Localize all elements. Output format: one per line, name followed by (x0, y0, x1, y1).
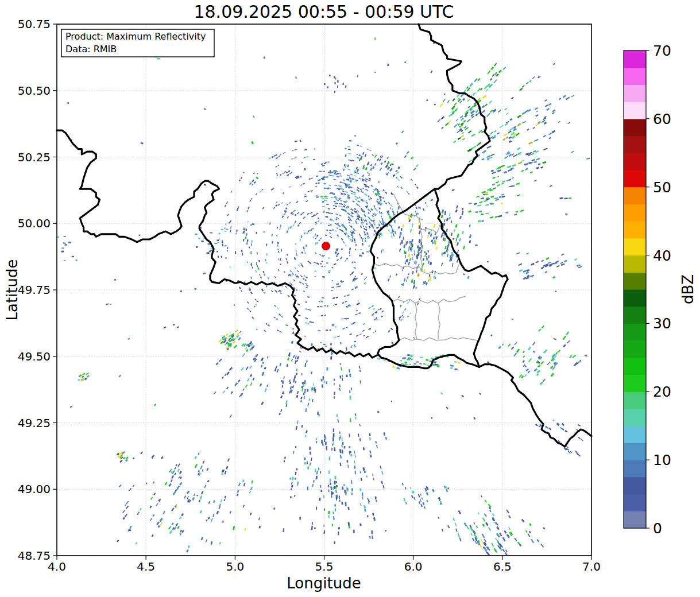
colorbar-label: dBZ (679, 274, 697, 304)
colorbar-segment (624, 340, 646, 358)
colorbar-segment (624, 426, 646, 443)
y-tick-label: 50.75 (18, 17, 51, 31)
plot-area (57, 24, 591, 556)
colorbar-tick-label: 10 (653, 452, 671, 468)
y-tick-label: 49.75 (18, 283, 51, 297)
colorbar-segment (624, 443, 646, 460)
x-tick-label: 5.0 (226, 560, 244, 573)
colorbar-segment (624, 460, 646, 477)
y-tick-label: 50.00 (18, 216, 51, 230)
colorbar-tick-label: 50 (653, 179, 671, 196)
colorbar-segment (624, 221, 646, 238)
colorbar-segment (624, 68, 646, 85)
x-tick-label: 7.0 (582, 560, 601, 573)
y-axis: 48.7549.0049.2549.5049.7550.0050.2550.50… (18, 17, 57, 563)
colorbar-segment (624, 494, 646, 511)
colorbar-segment (624, 272, 646, 289)
colorbar-segment (624, 187, 646, 204)
colorbar-segment (624, 323, 646, 340)
colorbar-segment (624, 153, 646, 170)
radar-chart-canvas: 18.09.2025 00:55 - 00:59 UTC 4.04.55.05.… (0, 0, 700, 597)
colorbar-tick-label: 0 (653, 520, 662, 537)
plot-title: 18.09.2025 00:55 - 00:59 UTC (194, 2, 454, 22)
y-tick-label: 48.75 (18, 549, 51, 563)
colorbar-segment (624, 375, 646, 392)
radar-figure: 18.09.2025 00:55 - 00:59 UTC 4.04.55.05.… (0, 0, 700, 597)
x-axis-label: Longitude (287, 575, 361, 592)
annotation-data-line: Data: RMIB (65, 44, 117, 55)
colorbar-tick-label: 30 (653, 315, 671, 332)
y-tick-label: 50.50 (18, 84, 51, 98)
colorbar-segment (624, 204, 646, 221)
y-axis-label: Latitude (3, 259, 21, 320)
colorbar-segment (624, 51, 646, 68)
colorbar-tick-label: 70 (653, 42, 671, 59)
colorbar-segment (624, 255, 646, 273)
x-tick-label: 6.0 (404, 560, 423, 573)
colorbar-segment (624, 119, 646, 136)
colorbar-segment (624, 84, 646, 102)
x-tick-label: 4.5 (137, 560, 155, 573)
y-tick-label: 49.50 (18, 350, 51, 363)
colorbar-segment (624, 307, 646, 324)
colorbar-segment (624, 238, 646, 255)
annotation-product-line: Product: Maximum Reflectivity (65, 31, 206, 42)
y-tick-label: 50.25 (18, 150, 51, 164)
colorbar-segment (624, 391, 646, 409)
colorbar-tick-label: 40 (653, 247, 671, 264)
colorbar-tick-label: 60 (653, 111, 671, 127)
annotation-box: Product: Maximum Reflectivity Data: RMIB (61, 29, 214, 57)
colorbar-segment (624, 409, 646, 426)
colorbar-segment (624, 358, 646, 375)
colorbar-segment (624, 170, 646, 187)
colorbar-segment (624, 102, 646, 119)
colorbar-segment (624, 289, 646, 307)
colorbar-segment (624, 511, 646, 528)
y-tick-label: 49.25 (18, 416, 51, 430)
x-tick-label: 6.5 (493, 560, 512, 573)
colorbar-tick-label: 20 (653, 383, 671, 400)
x-tick-label: 5.5 (315, 560, 334, 573)
colorbar: 010203040506070 (624, 42, 671, 537)
colorbar-segment (624, 477, 646, 494)
y-tick-label: 49.00 (18, 482, 51, 496)
x-axis: 4.04.55.05.56.06.57.0 (48, 556, 601, 573)
radar-site-marker (322, 242, 330, 250)
colorbar-segment (624, 136, 646, 153)
